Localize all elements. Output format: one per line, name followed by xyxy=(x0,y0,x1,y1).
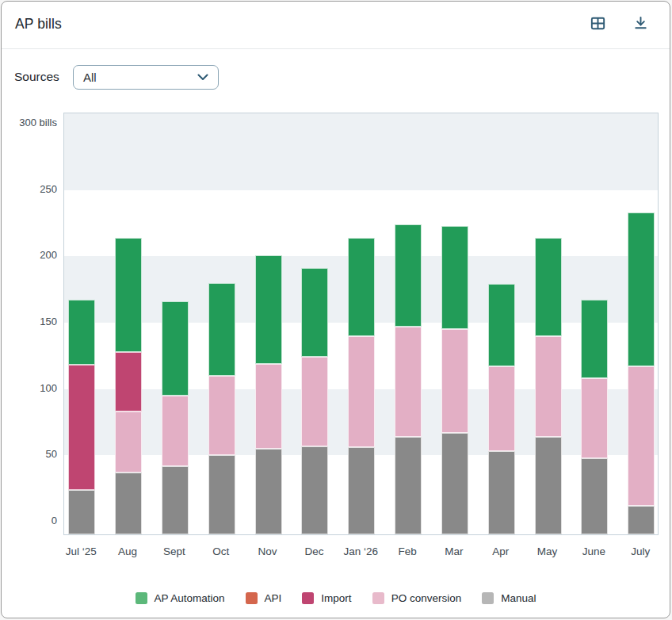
chart-legend: AP AutomationAPIImportPO conversionManua… xyxy=(2,587,670,608)
bar-segment-po-conversion[interactable] xyxy=(488,366,515,451)
bar-segment-po-conversion[interactable] xyxy=(255,364,282,449)
bar-segment-po-conversion[interactable] xyxy=(581,378,608,457)
legend-label: PO conversion xyxy=(391,592,462,604)
bar-aug[interactable] xyxy=(115,238,142,534)
y-axis-label: 0 xyxy=(2,515,57,527)
sources-dropdown-value: All xyxy=(83,71,97,84)
legend-label: Manual xyxy=(501,592,536,604)
sources-label: Sources xyxy=(14,70,59,84)
chevron-down-icon xyxy=(197,74,208,81)
table-icon xyxy=(589,14,607,35)
bar-segment-ap-automation[interactable] xyxy=(395,224,422,327)
download-button[interactable] xyxy=(630,14,651,35)
bar-sept[interactable] xyxy=(162,301,189,534)
bar-segment-manual[interactable] xyxy=(208,455,235,534)
ap-bills-widget: AP bills Sources All xyxy=(1,1,670,618)
bar-segment-po-conversion[interactable] xyxy=(535,336,562,437)
bar-segment-manual[interactable] xyxy=(348,447,375,534)
bar-segment-manual[interactable] xyxy=(535,437,562,534)
legend-label: AP Automation xyxy=(155,592,225,604)
bar-segment-ap-automation[interactable] xyxy=(162,301,189,396)
bar-segment-po-conversion[interactable] xyxy=(162,396,189,466)
plot-area xyxy=(63,113,659,535)
grid-band xyxy=(64,113,658,190)
bar-segment-import[interactable] xyxy=(68,365,95,489)
bar-segment-ap-automation[interactable] xyxy=(628,212,655,366)
bar-segment-ap-automation[interactable] xyxy=(208,283,235,376)
bar-segment-po-conversion[interactable] xyxy=(628,366,655,506)
bar-segment-ap-automation[interactable] xyxy=(255,255,282,364)
y-axis-label: 300 bills xyxy=(2,117,57,129)
bar-oct[interactable] xyxy=(208,283,235,534)
bar-segment-ap-automation[interactable] xyxy=(535,238,562,336)
legend-swatch xyxy=(136,592,147,604)
legend-swatch xyxy=(302,592,314,604)
bar-apr[interactable] xyxy=(488,284,515,534)
bar-mar[interactable] xyxy=(441,226,468,534)
bar-segment-manual[interactable] xyxy=(162,466,189,534)
header-divider xyxy=(2,48,670,49)
bar-segment-manual[interactable] xyxy=(581,458,608,534)
bar-segment-po-conversion[interactable] xyxy=(395,327,422,437)
legend-item-api[interactable]: API xyxy=(246,592,282,604)
bar-segment-po-conversion[interactable] xyxy=(301,357,328,446)
bar-segment-manual[interactable] xyxy=(115,473,142,534)
legend-label: API xyxy=(265,592,282,604)
bar-segment-manual[interactable] xyxy=(255,449,282,534)
y-axis-label: 50 xyxy=(2,448,57,461)
bar-july[interactable] xyxy=(628,212,655,534)
bar-may[interactable] xyxy=(535,238,562,534)
x-axis-label: July xyxy=(613,545,668,557)
legend-item-po-conversion[interactable]: PO conversion xyxy=(372,592,462,604)
bar-june[interactable] xyxy=(581,300,608,534)
bar-segment-manual[interactable] xyxy=(488,451,515,534)
bar-segment-ap-automation[interactable] xyxy=(348,238,375,336)
sources-dropdown[interactable]: All xyxy=(73,65,219,90)
legend-item-ap-automation[interactable]: AP Automation xyxy=(136,592,225,604)
bar-feb[interactable] xyxy=(395,224,422,534)
legend-swatch xyxy=(482,592,494,604)
bar-segment-ap-automation[interactable] xyxy=(68,300,95,365)
y-axis-label: 150 xyxy=(2,316,57,328)
legend-label: Import xyxy=(321,592,351,604)
bar-segment-manual[interactable] xyxy=(441,433,468,534)
bar-segment-ap-automation[interactable] xyxy=(488,284,515,366)
y-axis-label: 250 xyxy=(2,183,57,196)
bar-segment-po-conversion[interactable] xyxy=(115,411,142,473)
bar-dec[interactable] xyxy=(301,268,328,534)
legend-item-import[interactable]: Import xyxy=(302,592,351,604)
legend-swatch xyxy=(372,592,384,604)
bar-segment-manual[interactable] xyxy=(68,490,95,534)
bar-segment-ap-automation[interactable] xyxy=(301,268,328,357)
bar-segment-po-conversion[interactable] xyxy=(441,329,468,433)
y-axis-label: 100 xyxy=(2,382,57,395)
bar-jan-26[interactable] xyxy=(348,238,375,534)
bar-segment-manual[interactable] xyxy=(301,446,328,534)
bar-segment-manual[interactable] xyxy=(628,506,655,534)
legend-swatch xyxy=(246,592,258,604)
bar-segment-po-conversion[interactable] xyxy=(348,336,375,448)
bar-segment-ap-automation[interactable] xyxy=(115,238,142,352)
download-icon xyxy=(632,14,650,35)
bar-jul-25[interactable] xyxy=(68,300,95,534)
bar-segment-po-conversion[interactable] xyxy=(208,376,235,455)
bar-segment-ap-automation[interactable] xyxy=(441,226,468,330)
page-title: AP bills xyxy=(15,16,62,33)
y-axis-label: 200 xyxy=(2,249,57,262)
header-toolbar xyxy=(587,14,651,35)
legend-item-manual[interactable]: Manual xyxy=(482,592,536,604)
bar-segment-import[interactable] xyxy=(115,352,142,411)
table-view-button[interactable] xyxy=(587,14,608,35)
bar-nov[interactable] xyxy=(255,255,282,534)
bar-segment-ap-automation[interactable] xyxy=(581,300,608,378)
bar-segment-manual[interactable] xyxy=(395,437,422,534)
